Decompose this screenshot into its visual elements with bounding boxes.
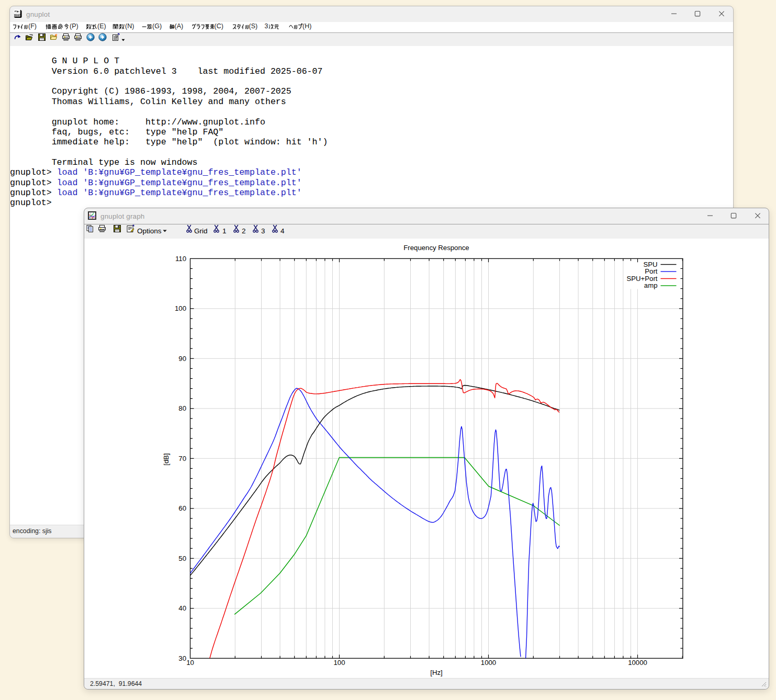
svg-text:[Hz]: [Hz] [430,669,442,676]
svg-text:10000: 10000 [628,659,647,667]
svg-text:[dB]: [dB] [162,453,170,465]
svg-text:60: 60 [178,504,186,512]
svg-text:amp: amp [644,281,658,289]
svg-text:90: 90 [178,355,186,363]
svg-text:Frequency Responce: Frequency Responce [403,244,469,252]
svg-text:10: 10 [186,659,194,667]
svg-text:50: 50 [178,555,186,562]
svg-text:100: 100 [333,659,345,667]
svg-text:110: 110 [175,255,186,263]
svg-text:80: 80 [178,404,186,412]
svg-text:30: 30 [178,654,186,662]
svg-text:100: 100 [175,304,186,312]
svg-text:70: 70 [178,455,186,462]
svg-text:1000: 1000 [481,659,496,667]
svg-text:40: 40 [178,604,186,612]
